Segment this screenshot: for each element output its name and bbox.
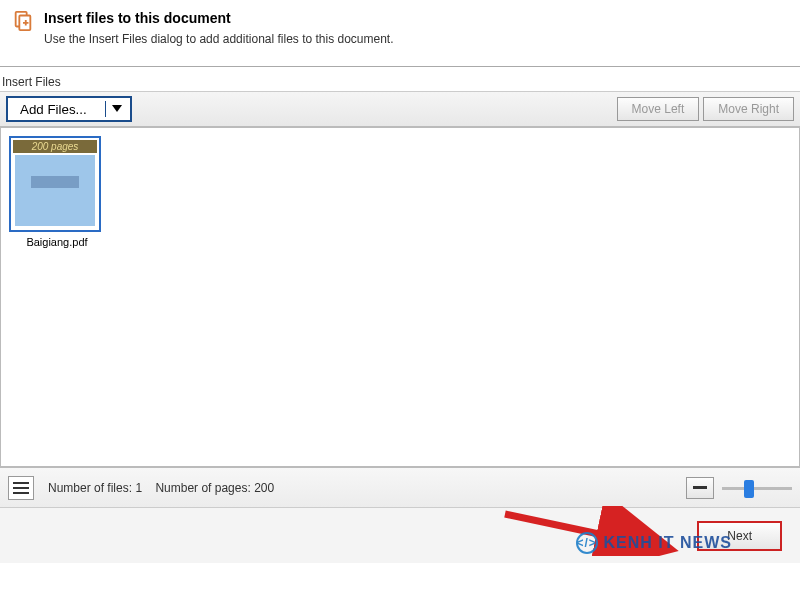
svg-marker-2 (112, 105, 122, 112)
dialog-title: Insert files to this document (44, 10, 394, 26)
dropdown-arrow-icon[interactable] (105, 101, 122, 117)
next-button[interactable]: Next (697, 521, 782, 551)
zoom-out-button[interactable] (686, 477, 714, 499)
status-bar: Number of files: 1 Number of pages: 200 (0, 467, 800, 507)
slider-track (722, 487, 792, 490)
move-right-button[interactable]: Move Right (703, 97, 794, 121)
dialog-footer: Next (0, 507, 800, 563)
status-text: Number of files: 1 Number of pages: 200 (48, 481, 274, 495)
pages-count-value: 200 (254, 481, 274, 495)
zoom-controls (686, 477, 792, 499)
move-left-button[interactable]: Move Left (617, 97, 700, 121)
add-files-button[interactable]: Add Files... (6, 96, 132, 122)
minus-icon (693, 486, 707, 489)
slider-thumb[interactable] (744, 480, 754, 498)
files-count-value: 1 (135, 481, 142, 495)
page-count-badge: 200 pages (13, 140, 97, 153)
dialog-header: Insert files to this document Use the In… (0, 0, 800, 67)
insert-files-icon (12, 10, 34, 32)
view-options-button[interactable] (8, 476, 34, 500)
toolbar: Add Files... Move Left Move Right (0, 91, 800, 127)
file-thumbnail: 200 pages (9, 136, 101, 232)
add-files-label: Add Files... (20, 102, 87, 117)
pdf-preview-icon (15, 155, 95, 226)
file-list-area[interactable]: 200 pages Baigiang.pdf (0, 127, 800, 467)
panel-label: Insert Files (0, 67, 800, 91)
zoom-slider[interactable] (722, 478, 792, 498)
files-count-label: Number of files: (48, 481, 132, 495)
pages-count-label: Number of pages: (155, 481, 250, 495)
file-item[interactable]: 200 pages Baigiang.pdf (9, 136, 105, 248)
dialog-description: Use the Insert Files dialog to add addit… (44, 32, 394, 46)
file-name-label: Baigiang.pdf (9, 236, 105, 248)
